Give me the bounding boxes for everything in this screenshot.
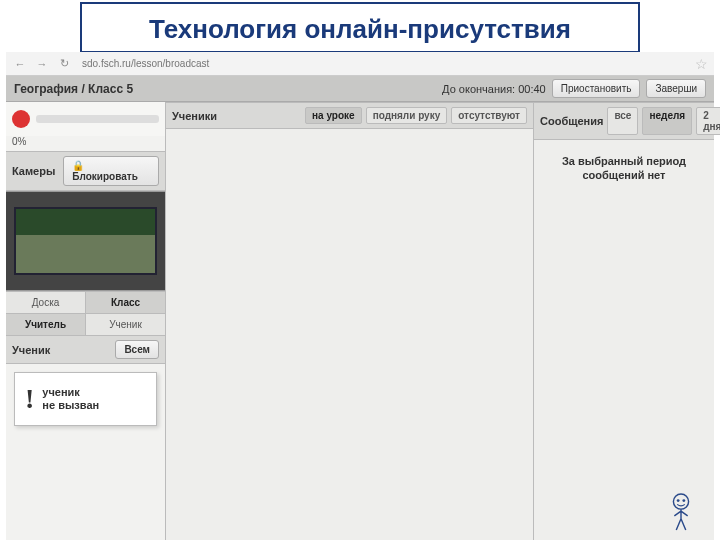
camera-image — [14, 207, 157, 276]
right-column: Сообщения все неделя 2 дня За выбранный … — [534, 102, 714, 540]
exclamation-icon: ! — [25, 383, 34, 415]
slide-title: Технология онлайн-присутствия — [80, 2, 640, 53]
student-card-text: ученик не вызван — [42, 386, 99, 412]
student-card: ! ученик не вызван — [14, 372, 157, 426]
student-line1: ученик — [42, 386, 99, 399]
messages-filter-chips: все неделя 2 дня — [607, 107, 720, 135]
lesson-header: География / Класс 5 До окончания: 00:40 … — [6, 76, 714, 102]
chip-msg-2days[interactable]: 2 дня — [696, 107, 720, 135]
student-line2: не вызван — [42, 399, 99, 412]
svg-point-0 — [673, 494, 688, 509]
messages-header: Сообщения все неделя 2 дня — [534, 102, 714, 140]
browser-toolbar: ← → ↻ sdo.fsch.ru/lesson/broadcast ☆ — [6, 52, 714, 76]
mic-percent: 0% — [6, 136, 165, 151]
bookmark-star-icon[interactable]: ☆ — [695, 56, 708, 72]
svg-point-1 — [677, 499, 680, 502]
chip-absent[interactable]: отсутствуют — [451, 107, 527, 124]
messages-title: Сообщения — [540, 115, 603, 127]
middle-column: Ученики на уроке подняли руку отсутствую… — [166, 102, 534, 540]
tab-student[interactable]: Ученик — [86, 314, 165, 335]
messages-empty: За выбранный период сообщений нет — [534, 140, 714, 197]
mic-panel — [6, 102, 165, 136]
students-filter-chips: на уроке подняли руку отсутствуют — [305, 107, 527, 124]
left-column: 0% Камеры 🔒 Блокировать Доска Класс Учит… — [6, 102, 166, 540]
chip-on-lesson[interactable]: на уроке — [305, 107, 362, 124]
cameras-header: Камеры 🔒 Блокировать — [6, 151, 165, 191]
block-label: Блокировать — [72, 171, 138, 182]
camera-preview[interactable] — [6, 191, 165, 291]
students-title: Ученики — [172, 110, 217, 122]
lock-icon: 🔒 — [72, 160, 84, 171]
teacher-student-tabs: Учитель Ученик — [6, 313, 165, 335]
to-all-button[interactable]: Всем — [115, 340, 159, 359]
cameras-title: Камеры — [12, 165, 55, 177]
forward-icon[interactable]: → — [34, 56, 50, 72]
tab-teacher[interactable]: Учитель — [6, 314, 86, 335]
student-panel-title: Ученик — [12, 344, 50, 356]
content-area: 0% Камеры 🔒 Блокировать Доска Класс Учит… — [6, 102, 714, 540]
student-panel-header: Ученик Всем — [6, 335, 165, 364]
pause-button[interactable]: Приостановить — [552, 79, 641, 98]
chip-msg-all[interactable]: все — [607, 107, 638, 135]
mic-level-bar — [36, 115, 159, 123]
browser-window: ← → ↻ sdo.fsch.ru/lesson/broadcast ☆ Гео… — [6, 52, 714, 540]
chip-msg-week[interactable]: неделя — [642, 107, 692, 135]
board-class-tabs: Доска Класс — [6, 291, 165, 313]
chip-raised-hand[interactable]: подняли руку — [366, 107, 448, 124]
back-icon[interactable]: ← — [12, 56, 28, 72]
mascot-icon — [662, 490, 700, 534]
tab-doska[interactable]: Доска — [6, 292, 86, 313]
timer-label: До окончания: 00:40 — [442, 83, 546, 95]
svg-point-2 — [682, 499, 685, 502]
breadcrumb: География / Класс 5 — [14, 82, 436, 96]
reload-icon[interactable]: ↻ — [56, 56, 72, 72]
block-cameras-button[interactable]: 🔒 Блокировать — [63, 156, 159, 186]
tab-klass[interactable]: Класс — [86, 292, 165, 313]
mic-icon[interactable] — [12, 110, 30, 128]
finish-button[interactable]: Заверши — [646, 79, 706, 98]
students-header: Ученики на уроке подняли руку отсутствую… — [166, 102, 533, 129]
address-bar[interactable]: sdo.fsch.ru/lesson/broadcast — [78, 58, 689, 69]
